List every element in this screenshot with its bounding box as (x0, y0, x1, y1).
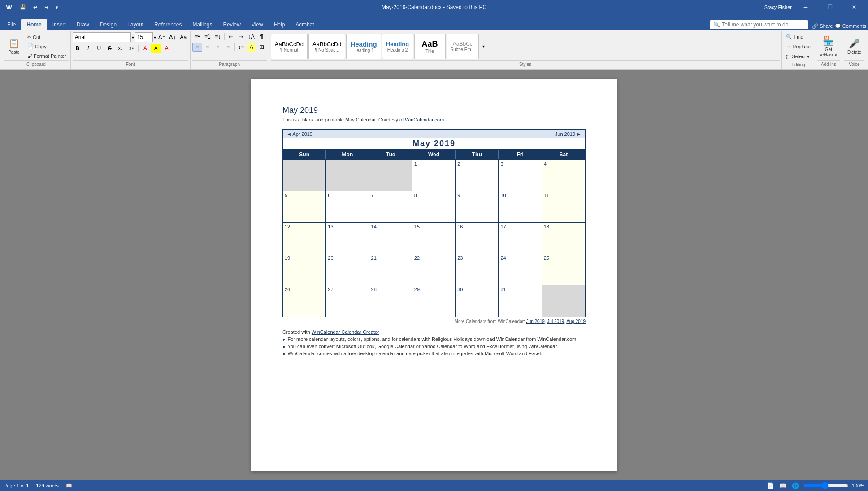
style-no-spacing[interactable]: AaBbCcDd ¶ No Spac... (308, 34, 345, 59)
word-icon: W (4, 2, 14, 13)
paste-button[interactable]: 📋 Paste (4, 33, 24, 60)
voice-label: Voice (844, 60, 864, 68)
highlight-button[interactable]: A (151, 44, 161, 53)
titlebar: W 💾 ↩ ↪ ▾ May-2019-Calendar.docx - Saved… (0, 0, 868, 14)
search-input[interactable] (722, 22, 803, 28)
style-subtle-preview: AaBbCc (453, 41, 473, 47)
font-color-button[interactable]: A (162, 44, 172, 53)
wincalendar-link[interactable]: WinCalendar.com (405, 117, 444, 122)
tab-design[interactable]: Design (95, 19, 122, 30)
dictate-btn[interactable]: 🎤 Dictate (844, 33, 864, 60)
clear-format-btn[interactable]: Aa (178, 33, 188, 42)
shading-btn[interactable]: A (247, 43, 256, 52)
cal-header-thu: Thu (456, 150, 499, 159)
subscript-button[interactable]: x₂ (116, 44, 126, 53)
cut-icon: ✂ (27, 34, 31, 40)
jun-link[interactable]: Jun 2019 (526, 319, 545, 324)
increase-font-btn[interactable]: A↑ (157, 33, 167, 42)
decrease-indent-btn[interactable]: ⇤ (226, 32, 236, 41)
jul-link[interactable]: Jul 2019 (547, 319, 564, 324)
style-normal[interactable]: AaBbCcDd ¶ Normal (271, 34, 308, 59)
tab-help[interactable]: Help (269, 19, 291, 30)
paragraph-group: ≡• ≡1 ≡↓ ⇤ ⇥ ↕A ¶ ≡ ≡ ≡ ≡ ↕≡ A ⊞ Paragra… (191, 31, 269, 69)
sort-btn[interactable]: ↕A (247, 32, 256, 41)
line-spacing-btn[interactable]: ↕≡ (236, 43, 246, 52)
tab-mailings[interactable]: Mailings (187, 19, 217, 30)
select-button[interactable]: ⬚ Select ▾ (784, 52, 812, 61)
customize-btn[interactable]: ▾ (54, 4, 60, 11)
copy-button[interactable]: 📄 Copy (25, 42, 69, 51)
clipboard-group: 📋 Paste ✂ Cut 📄 Copy 🖌 Format Painter Cl… (2, 31, 71, 69)
bold-button[interactable]: B (73, 44, 82, 53)
styles-more-btn[interactable]: ▾ (480, 34, 487, 59)
increase-indent-btn[interactable]: ⇥ (236, 32, 246, 41)
cal-cell: 15 (412, 223, 456, 254)
tab-layout[interactable]: Layout (122, 19, 149, 30)
font-name-input[interactable] (73, 32, 131, 42)
show-hide-btn[interactable]: ¶ (257, 32, 267, 41)
get-addins-btn[interactable]: 🏪 Get Add-ins ▾ (817, 33, 840, 60)
doc-page: May 2019 This is a blank and printable M… (251, 79, 617, 471)
tab-home[interactable]: Home (21, 19, 47, 30)
format-painter-button[interactable]: 🖌 Format Painter (25, 52, 69, 60)
tab-file[interactable]: File (2, 19, 21, 30)
share-btn[interactable]: 🔗 Share (812, 23, 833, 29)
close-btn[interactable]: ✕ (844, 0, 864, 14)
style-heading2-preview: Heading (386, 41, 409, 47)
multilevel-btn[interactable]: ≡↓ (213, 32, 223, 41)
style-heading1-preview: Heading (350, 40, 377, 48)
underline-button[interactable]: U (94, 44, 104, 53)
font-size-dropdown-icon[interactable]: ▾ (154, 35, 156, 40)
ribbon: 📋 Paste ✂ Cut 📄 Copy 🖌 Format Painter Cl… (0, 30, 868, 70)
text-effects-button[interactable]: A (140, 44, 150, 53)
next-month-link[interactable]: Jun 2019 ► (555, 131, 582, 137)
superscript-button[interactable]: x² (126, 44, 136, 53)
style-subtle[interactable]: AaBbCc Subtle Em... (447, 34, 479, 59)
quick-redo-btn[interactable]: ↪ (43, 4, 50, 11)
titlebar-left: W 💾 ↩ ↪ ▾ (4, 2, 60, 13)
style-title[interactable]: AaB Title (414, 34, 446, 59)
italic-button[interactable]: I (83, 44, 93, 53)
tab-view[interactable]: View (246, 19, 269, 30)
cal-cell: 7 (369, 191, 412, 223)
bullets-btn[interactable]: ≡• (192, 32, 202, 41)
cal-cell: 12 (283, 223, 326, 254)
style-heading1[interactable]: Heading Heading 1 (346, 34, 381, 59)
numbering-btn[interactable]: ≡1 (203, 32, 213, 41)
replace-button[interactable]: ↔ Replace (784, 42, 812, 51)
minimize-btn[interactable]: ─ (795, 0, 816, 14)
cal-cell: 1 (412, 160, 456, 191)
font-dropdown-icon[interactable]: ▾ (132, 35, 134, 40)
quick-undo-btn[interactable]: ↩ (31, 4, 39, 11)
aug-link[interactable]: Aug 2019 (566, 319, 586, 324)
find-button[interactable]: 🔍 Find (784, 32, 805, 41)
cut-button[interactable]: ✂ Cut (25, 33, 69, 42)
align-left-btn[interactable]: ≡ (192, 43, 202, 52)
paste-icon: 📋 (9, 38, 20, 49)
align-right-btn[interactable]: ≡ (213, 43, 223, 52)
decrease-font-btn[interactable]: A↓ (168, 33, 178, 42)
style-heading2[interactable]: Heading Heading 2 (382, 34, 413, 59)
tab-insert[interactable]: Insert (47, 19, 71, 30)
style-heading2-label: Heading 2 (387, 47, 408, 52)
justify-btn[interactable]: ≡ (223, 43, 233, 52)
cal-cell: 25 (542, 254, 585, 285)
comments-btn[interactable]: 💬 Comments (835, 23, 866, 29)
tab-review[interactable]: Review (218, 19, 246, 30)
restore-btn[interactable]: ❐ (820, 0, 840, 14)
font-size-input[interactable] (135, 32, 153, 42)
cal-cell: 26 (283, 285, 326, 317)
tab-draw[interactable]: Draw (71, 19, 95, 30)
cal-cell: 4 (542, 160, 585, 191)
align-center-btn[interactable]: ≡ (203, 43, 213, 52)
prev-month-link[interactable]: ◄ Apr 2019 (286, 131, 312, 137)
cal-nav: ◄ Apr 2019 Jun 2019 ► (282, 129, 586, 138)
tab-acrobat[interactable]: Acrobat (290, 19, 319, 30)
strikethrough-button[interactable]: S (105, 44, 115, 53)
tab-references[interactable]: References (149, 19, 187, 30)
paragraph-label: Paragraph (192, 60, 267, 68)
quick-save-btn[interactable]: 💾 (18, 4, 28, 11)
creator-link[interactable]: WinCalendar Calendar Creator (312, 329, 379, 335)
cal-grid: 1234567891011121314151617181920212223242… (282, 160, 586, 317)
borders-btn[interactable]: ⊞ (257, 43, 267, 52)
